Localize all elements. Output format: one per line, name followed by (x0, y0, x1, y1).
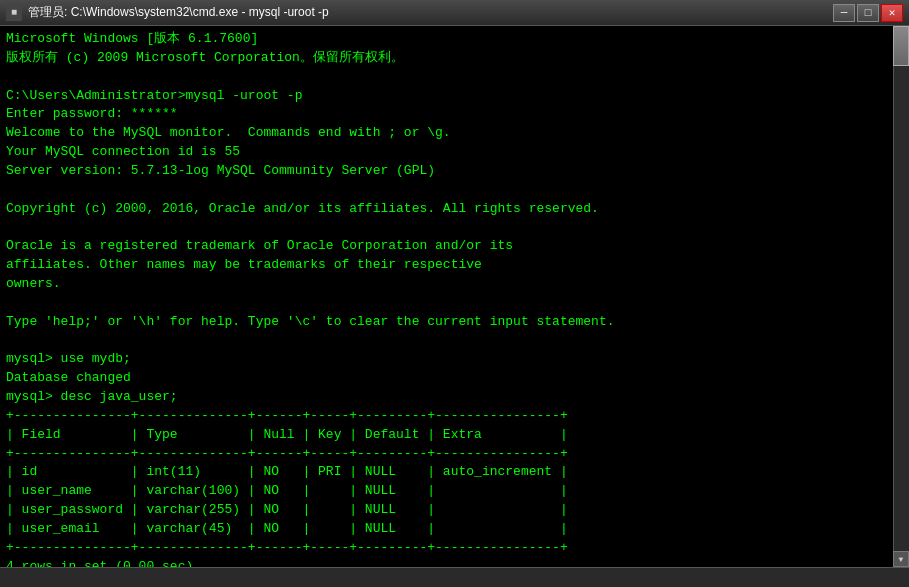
app-icon: ■ (6, 5, 22, 21)
window-controls: ─ □ ✕ (833, 4, 903, 22)
close-button[interactable]: ✕ (881, 4, 903, 22)
title-bar-text: 管理员: C:\Windows\system32\cmd.exe - mysql… (28, 4, 329, 21)
maximize-button[interactable]: □ (857, 4, 879, 22)
title-bar-left: ■ 管理员: C:\Windows\system32\cmd.exe - mys… (6, 4, 329, 21)
terminal-output: Microsoft Windows [版本 6.1.7600] 版权所有 (c)… (6, 30, 903, 567)
scrollbar-thumb[interactable] (893, 26, 909, 66)
scrollbar-track[interactable]: ▲ ▼ (893, 26, 909, 567)
terminal-area[interactable]: Microsoft Windows [版本 6.1.7600] 版权所有 (c)… (0, 26, 909, 567)
status-bar (0, 567, 909, 587)
scroll-down-arrow[interactable]: ▼ (893, 551, 909, 567)
minimize-button[interactable]: ─ (833, 4, 855, 22)
title-bar: ■ 管理员: C:\Windows\system32\cmd.exe - mys… (0, 0, 909, 26)
